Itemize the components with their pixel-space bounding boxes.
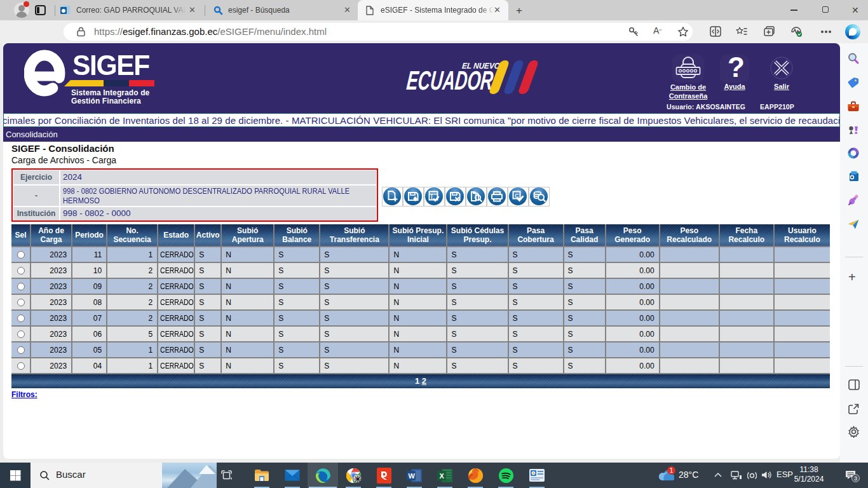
svg-text:W: W — [409, 472, 416, 480]
svg-text:C: C — [515, 193, 519, 199]
svg-text:X: X — [440, 472, 445, 480]
